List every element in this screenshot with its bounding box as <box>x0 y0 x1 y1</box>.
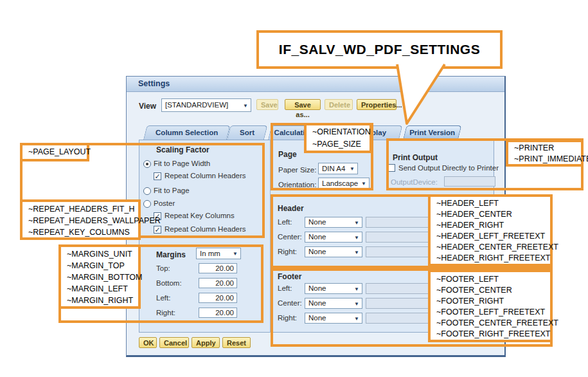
save-button: Save <box>256 99 278 110</box>
page-background: Settings View [STANDARDVIEW] ▼ Save Save… <box>0 0 588 377</box>
chevron-down-icon: ▼ <box>243 102 248 108</box>
annotation-margin-params: ~MARGINS_UNIT ~MARGIN_TOP ~MARGIN_BOTTOM… <box>58 244 141 309</box>
annotation-header-params: ~HEADER_LEFT ~HEADER_CENTER ~HEADER_RIGH… <box>428 194 553 266</box>
annotation-footer-params: ~FOOTER_LEFT ~FOOTER_CENTER ~FOOTER_RIGH… <box>428 270 553 342</box>
view-select[interactable]: [STANDARDVIEW] ▼ <box>161 98 251 112</box>
delete-button: Delete <box>325 99 353 110</box>
annotation-page-params: ~ORIENTATION ~PAGE_SIZE <box>304 123 372 153</box>
view-label: View <box>139 102 156 111</box>
save-as-button[interactable]: Save as... <box>285 99 321 110</box>
apply-button[interactable]: Apply <box>192 337 220 348</box>
tab-sort[interactable]: Sort <box>227 125 267 140</box>
annotation-repeat-params: ~REPEAT_HEADERS_FIT_H ~REPEAT_HEADERS_WA… <box>20 199 141 240</box>
tab-column-selection[interactable]: Column Selection <box>143 125 230 140</box>
annotation-title-callout: IF_SALV_WD_PDF_SETTINGS <box>256 30 503 69</box>
annotation-pointer-triangle <box>386 62 456 127</box>
ok-button[interactable]: OK <box>139 337 157 348</box>
annotation-page-layout: ~PAGE_LAYOUT <box>20 143 89 161</box>
cancel-button[interactable]: Cancel <box>159 337 189 348</box>
view-select-value: [STANDARDVIEW] <box>165 99 228 111</box>
reset-button[interactable]: Reset <box>222 337 251 348</box>
tab-print-version[interactable]: Print Version <box>403 125 461 140</box>
annotation-printer-params: ~PRINTER ~PRINT_IMMEDIATE <box>506 140 584 167</box>
